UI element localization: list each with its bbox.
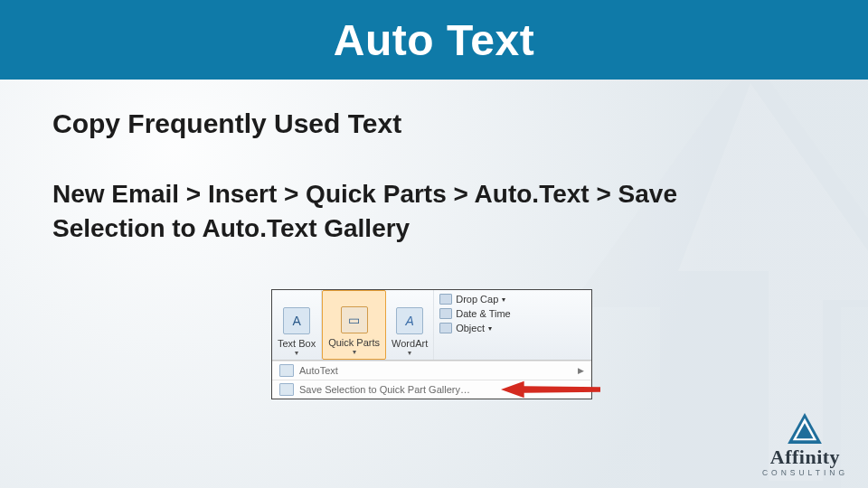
ribbon-screenshot: A Text Box ▾ ▭ Quick Parts ▾ A WordArt ▾… [271, 289, 592, 399]
red-arrow-icon [501, 379, 600, 400]
drop-cap-icon [439, 294, 452, 305]
ribbon-small-object[interactable]: Object ▾ [439, 323, 586, 333]
date-time-icon [439, 308, 452, 319]
title-bar: Auto Text [0, 0, 868, 80]
menu-item-save-selection[interactable]: Save Selection to Quick Part Gallery… [272, 380, 591, 399]
chevron-down-icon: ▾ [408, 349, 411, 357]
quick-parts-icon: ▭ [341, 306, 368, 333]
affinity-mark-icon [788, 413, 822, 444]
ribbon-top-row: A Text Box ▾ ▭ Quick Parts ▾ A WordArt ▾… [272, 290, 591, 361]
subtitle: Copy Frequently Used Text [52, 108, 816, 139]
ribbon-item-label: WordArt [392, 338, 428, 349]
content-area: Copy Frequently Used Text New Email > In… [0, 80, 868, 246]
chevron-down-icon: ▾ [502, 296, 505, 304]
object-icon [439, 323, 452, 333]
ribbon-small-column: Drop Cap ▾ Date & Time Object ▾ [434, 290, 591, 360]
chevron-down-icon: ▾ [295, 349, 298, 357]
breadcrumb-path: New Email > Insert > Quick Parts > Auto.… [52, 177, 776, 246]
ribbon-item-label: Text Box [278, 338, 316, 349]
ribbon-item-text-box[interactable]: A Text Box ▾ [272, 290, 322, 360]
menu-item-autotext[interactable]: AutoText ▶ [272, 361, 591, 380]
menu-item-label: AutoText [299, 365, 338, 376]
ribbon-dropdown: AutoText ▶ Save Selection to Quick Part … [272, 361, 591, 399]
chevron-right-icon: ▶ [578, 366, 584, 375]
ribbon-small-label: Date & Time [456, 308, 511, 319]
wordart-icon: A [396, 307, 423, 334]
brand-subtitle: CONSULTING [762, 468, 848, 477]
autotext-icon [279, 364, 294, 377]
ribbon-item-label: Quick Parts [328, 337, 380, 348]
save-gallery-icon [279, 383, 294, 396]
brand-name: Affinity [770, 446, 840, 469]
svg-marker-2 [501, 381, 600, 398]
ribbon-small-drop-cap[interactable]: Drop Cap ▾ [439, 294, 586, 305]
ribbon-item-wordart[interactable]: A WordArt ▾ [386, 290, 434, 360]
menu-item-label: Save Selection to Quick Part Gallery… [299, 384, 470, 395]
brand-logo: Affinity CONSULTING [762, 413, 848, 477]
slide-title: Auto Text [334, 15, 534, 65]
ribbon-small-label: Drop Cap [456, 294, 498, 305]
slide: Auto Text Copy Frequently Used Text New … [0, 0, 868, 488]
chevron-down-icon: ▾ [488, 324, 492, 333]
ribbon-small-date-time[interactable]: Date & Time [439, 308, 586, 319]
text-box-icon: A [283, 307, 310, 334]
ribbon-small-label: Object [456, 323, 485, 333]
chevron-down-icon: ▾ [353, 348, 356, 356]
ribbon-item-quick-parts[interactable]: ▭ Quick Parts ▾ [322, 290, 386, 360]
